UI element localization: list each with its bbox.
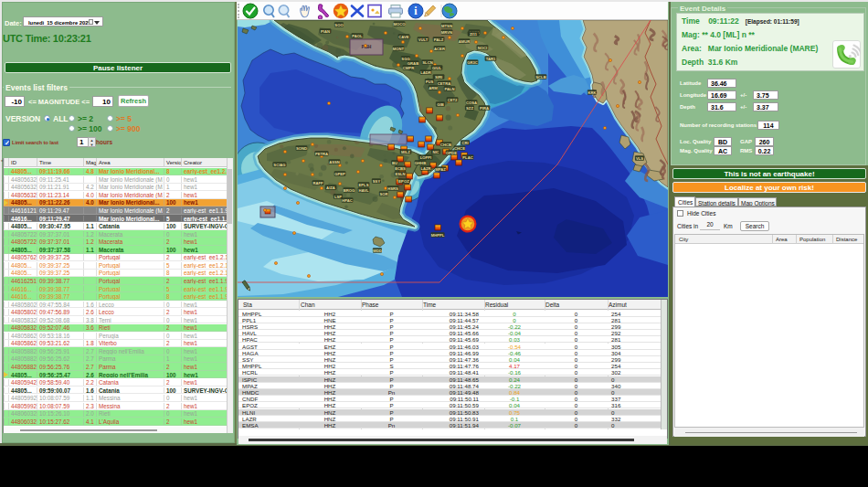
svg-text:ESLN: ESLN xyxy=(395,172,405,176)
svg-text:VULT: VULT xyxy=(418,37,429,42)
svg-text:SSY: SSY xyxy=(373,179,381,184)
svg-text:TAR1: TAR1 xyxy=(486,57,496,61)
svg-text:BROG: BROG xyxy=(344,188,355,193)
svg-text:SOND: SOND xyxy=(296,146,307,151)
svg-text:SIRI: SIRI xyxy=(435,75,442,79)
svg-text:ARM: ARM xyxy=(429,86,438,90)
svg-text:PALZ: PALZ xyxy=(434,37,444,42)
svg-text:GIB: GIB xyxy=(437,102,443,107)
svg-text:LOPPI: LOPPI xyxy=(420,155,432,160)
svg-text:ECBS: ECBS xyxy=(395,166,406,171)
svg-text:PAOL: PAOL xyxy=(352,34,363,38)
svg-text:SOR: SOR xyxy=(379,192,387,196)
svg-text:PIAN: PIAN xyxy=(321,29,330,34)
svg-text:AIZA: AIZA xyxy=(326,185,335,190)
svg-text:GIUL: GIUL xyxy=(432,66,441,70)
svg-text:SZZ: SZZ xyxy=(466,106,473,111)
svg-text:AMUR: AMUR xyxy=(459,39,471,44)
svg-text:HAVL: HAVL xyxy=(358,188,369,193)
svg-text:MRVN: MRVN xyxy=(441,30,452,35)
svg-text:CAVE: CAVE xyxy=(398,35,409,39)
svg-text:CETRA: CETRA xyxy=(438,81,450,86)
svg-text:PETRA: PETRA xyxy=(315,152,328,156)
svg-text:CRI: CRI xyxy=(461,141,468,145)
svg-text:WDD: WDD xyxy=(373,249,382,253)
svg-text:ACER: ACER xyxy=(434,47,445,51)
svg-text:SOO: SOO xyxy=(334,23,344,27)
svg-text:VLS: VLS xyxy=(636,156,643,161)
svg-text:LADR: LADR xyxy=(420,70,431,75)
svg-text:OPDE: OPDE xyxy=(446,151,457,155)
svg-text:MOCO: MOCO xyxy=(393,22,406,26)
svg-text:EPOZ: EPOZ xyxy=(398,179,409,184)
svg-text:RAFF: RAFF xyxy=(312,181,323,185)
svg-text:HPAC: HPAC xyxy=(342,198,353,203)
svg-text:MONT: MONT xyxy=(393,47,405,51)
svg-text:COSA: COSA xyxy=(466,101,477,105)
svg-text:KRK: KRK xyxy=(587,90,596,95)
svg-text:CHCB: CHCB xyxy=(440,143,451,147)
svg-text:MPAZ: MPAZ xyxy=(435,167,446,172)
svg-text:PIRA: PIRA xyxy=(480,106,489,111)
svg-text:NIC: NIC xyxy=(432,150,439,154)
svg-text:SLCN: SLCN xyxy=(422,60,432,65)
svg-text:SCLB: SCLB xyxy=(535,75,545,79)
svg-text:ASSN: ASSN xyxy=(329,160,340,164)
svg-text:ZI11: ZI11 xyxy=(470,32,478,37)
svg-text:GR3C: GR3C xyxy=(467,60,478,65)
svg-text:MILZ: MILZ xyxy=(401,150,410,154)
svg-text:MTSN: MTSN xyxy=(441,24,452,28)
svg-text:GPEP: GPEP xyxy=(334,172,345,176)
svg-text:HSRS: HSRS xyxy=(387,186,398,191)
svg-text:BU: BU xyxy=(392,161,397,165)
svg-text:CET2: CET2 xyxy=(448,98,458,102)
svg-text:CMPR: CMPR xyxy=(403,66,414,70)
svg-text:GHHB: GHHB xyxy=(415,161,426,165)
svg-text:PLAC: PLAC xyxy=(462,155,472,160)
svg-text:SCIAG: SCIAG xyxy=(273,163,285,167)
svg-text:PALN: PALN xyxy=(444,87,454,91)
svg-text:PUS: PUS xyxy=(426,79,434,84)
svg-text:MHPPL: MHPPL xyxy=(431,233,445,238)
svg-text:EPLS: EPLS xyxy=(359,183,369,187)
svg-text:LAZR: LAZR xyxy=(420,166,430,171)
svg-text:LSP: LSP xyxy=(334,195,342,199)
svg-text:NOCI: NOCI xyxy=(478,46,487,50)
